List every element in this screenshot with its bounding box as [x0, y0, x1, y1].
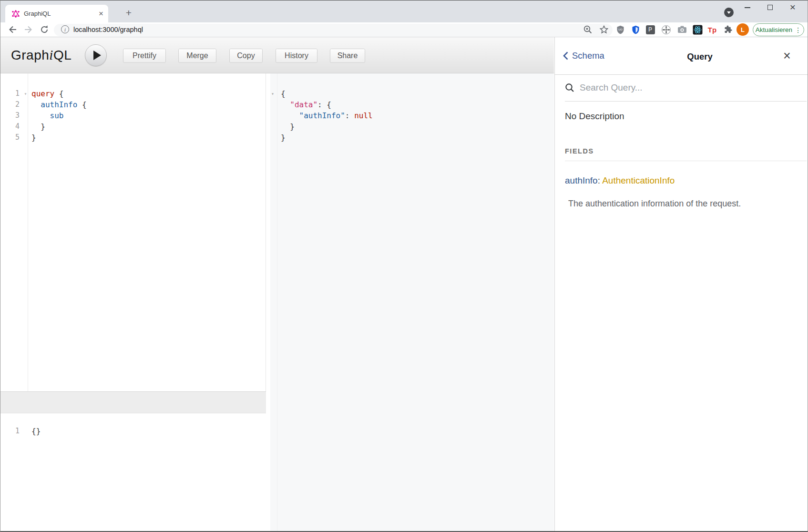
url-text[interactable]: localhost:3000/graphql [73, 26, 143, 33]
field-description: The authentication information of the re… [568, 199, 741, 209]
search-underline [565, 101, 807, 102]
merge-button[interactable]: Merge [179, 49, 216, 62]
docs-close-icon[interactable]: × [780, 49, 794, 63]
profile-avatar[interactable]: L [736, 23, 749, 36]
extensions-puzzle-icon[interactable] [723, 24, 733, 35]
svg-text:UO: UO [618, 28, 623, 31]
privacy-extension-icon[interactable]: P [645, 24, 655, 35]
graphql-favicon-icon [12, 10, 20, 18]
react-devtools-icon[interactable] [692, 24, 703, 35]
browser-tab-graphiql[interactable]: GraphiQL × [5, 5, 108, 22]
bookmark-star-icon[interactable] [599, 24, 609, 35]
tampermonkey-extension-icon[interactable]: Tp [707, 24, 717, 35]
type-description: No Description [565, 111, 624, 122]
zoom-page-icon[interactable] [583, 24, 593, 35]
reload-icon[interactable] [39, 24, 50, 35]
forward-icon[interactable] [23, 24, 33, 35]
result-viewer: ▾{ "data": { "authInfo": null }} [270, 73, 554, 532]
fields-divider [565, 161, 807, 161]
tab-close-icon[interactable]: × [99, 10, 103, 18]
tab-title: GraphiQL [24, 10, 99, 17]
graphiql-logo: GraphiQL [11, 47, 72, 63]
docs-search-input[interactable] [580, 82, 789, 93]
prettify-button[interactable]: Prettify [123, 49, 165, 62]
docs-search-icon [565, 83, 574, 92]
camera-extension-icon[interactable] [677, 24, 687, 35]
tab-search-icon[interactable] [724, 8, 734, 17]
play-icon [93, 51, 101, 60]
update-browser-button[interactable]: Aktualisieren ⋮ [753, 23, 804, 36]
docs-title: Query [555, 51, 808, 62]
field-row-authinfo: authInfo: AuthenticationInfo [565, 175, 675, 186]
menu-dots-icon: ⋮ [795, 26, 801, 34]
pane-drag-handle[interactable] [266, 73, 270, 532]
minimize-icon[interactable] [745, 7, 750, 8]
gutter-divider [28, 73, 28, 391]
execute-query-button[interactable] [85, 44, 107, 66]
fields-section-label: FIELDS [565, 147, 594, 155]
maximize-icon[interactable] [767, 5, 773, 10]
field-name-link[interactable]: authInfo [565, 175, 598, 185]
browser-window: GraphiQL × + × i localhost:3000/graphql … [0, 0, 808, 532]
back-icon[interactable] [8, 24, 18, 35]
bitwarden-extension-icon[interactable] [630, 24, 641, 35]
doc-explorer-header: Schema Query × [555, 37, 808, 75]
crosshair-extension-icon[interactable] [661, 24, 671, 35]
share-button[interactable]: Share [330, 49, 365, 62]
result-fold-gutter [277, 73, 277, 532]
site-info-icon[interactable]: i [61, 25, 69, 33]
variables-tab-bar: QUERY VARIABLES REQUEST HEADERS [0, 391, 266, 413]
window-close-icon[interactable]: × [787, 1, 798, 13]
ublock-extension-icon[interactable]: UO [615, 24, 625, 35]
query-editor[interactable]: 1▾query {2 authInfo {3 sub4 }5} [0, 73, 266, 391]
doc-explorer: Schema Query × No Description FIELDS aut… [554, 37, 808, 532]
variables-editor[interactable]: 1{} [0, 413, 266, 532]
tab-strip: GraphiQL × + × [0, 0, 808, 22]
new-tab-button[interactable]: + [123, 7, 135, 19]
history-button[interactable]: History [276, 49, 317, 62]
copy-button[interactable]: Copy [230, 49, 262, 62]
update-label: Aktualisieren [756, 26, 792, 33]
field-type-link[interactable]: AuthenticationInfo [602, 175, 675, 185]
